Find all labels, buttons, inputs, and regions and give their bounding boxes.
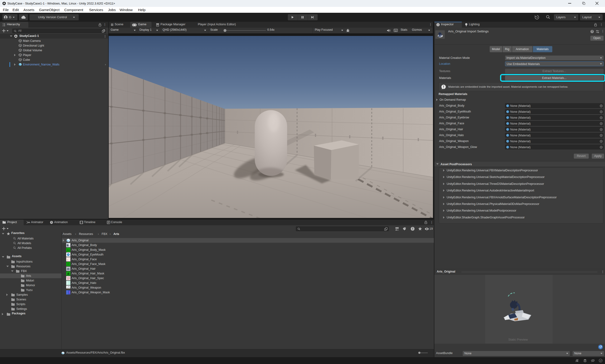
svg-text:?: ? xyxy=(591,30,593,33)
